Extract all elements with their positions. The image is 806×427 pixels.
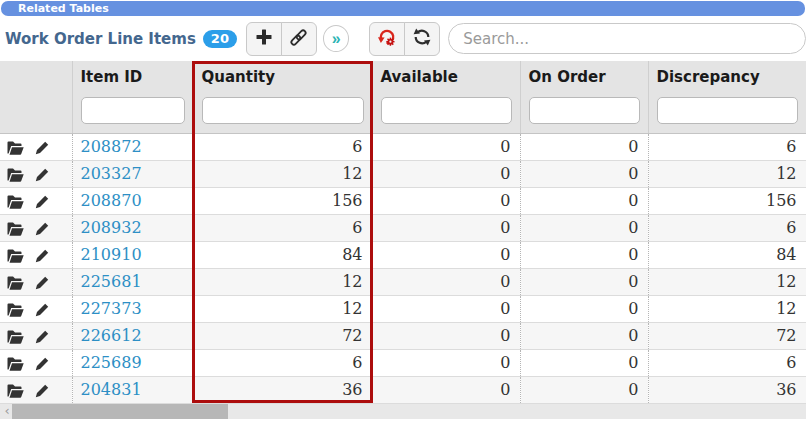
table-body: 2088726006203327120012208870156001562089…: [0, 133, 806, 403]
filter-input-discrepancy[interactable]: [657, 97, 798, 124]
table-row: 226612720072: [0, 322, 806, 349]
pencil-icon[interactable]: [35, 384, 49, 398]
item-id-cell: 208870: [72, 187, 193, 214]
pencil-icon[interactable]: [35, 249, 49, 263]
item-id-link[interactable]: 204831: [81, 380, 142, 399]
horizontal-scrollbar[interactable]: ‹: [0, 404, 806, 419]
discrepancy-cell: 6: [648, 133, 806, 160]
quantity-cell: 84: [193, 241, 372, 268]
discrepancy-cell: 12: [648, 268, 806, 295]
quantity-cell: 6: [193, 133, 372, 160]
available-cell: 0: [372, 349, 520, 376]
table-row: 204831360036: [0, 376, 806, 403]
pencil-icon[interactable]: [35, 222, 49, 236]
link-record-button[interactable]: [281, 22, 317, 56]
item-id-link[interactable]: 227373: [81, 299, 142, 318]
pencil-icon[interactable]: [35, 141, 49, 155]
open-folder-icon[interactable]: [7, 357, 24, 371]
item-id-cell: 225681: [72, 268, 193, 295]
row-actions-cell: [0, 133, 72, 160]
open-folder-icon[interactable]: [7, 330, 24, 344]
on-order-cell: 0: [520, 241, 648, 268]
item-id-link[interactable]: 225689: [81, 353, 142, 372]
pencil-icon[interactable]: [35, 168, 49, 182]
quantity-cell: 12: [193, 268, 372, 295]
filter-input-item-id[interactable]: [81, 97, 185, 124]
sync-icon: [412, 27, 432, 50]
item-id-cell: 204831: [72, 376, 193, 403]
on-order-cell: 0: [520, 187, 648, 214]
table-row: 203327120012: [0, 160, 806, 187]
item-id-cell: 210910: [72, 241, 193, 268]
on-order-cell: 0: [520, 268, 648, 295]
available-cell: 0: [372, 241, 520, 268]
pencil-icon[interactable]: [35, 303, 49, 317]
pencil-icon[interactable]: [35, 276, 49, 290]
table-row: 2256896006: [0, 349, 806, 376]
column-header-available[interactable]: Available: [372, 61, 520, 133]
available-cell: 0: [372, 295, 520, 322]
open-folder-icon[interactable]: [7, 141, 24, 155]
scroll-left-arrow-icon[interactable]: ‹: [2, 404, 12, 419]
row-actions-cell: [0, 376, 72, 403]
quantity-cell: 6: [193, 349, 372, 376]
refresh-settings-button[interactable]: [369, 22, 405, 56]
column-header-on-order[interactable]: On Order: [520, 61, 648, 133]
refresh-group: [369, 22, 440, 56]
item-id-link[interactable]: 208870: [81, 191, 142, 210]
search-input[interactable]: [448, 23, 806, 54]
column-header-actions: [0, 61, 72, 133]
plus-icon: [255, 28, 273, 49]
double-chevron-right-icon: »: [332, 30, 341, 47]
open-folder-icon[interactable]: [7, 249, 24, 263]
discrepancy-cell: 12: [648, 160, 806, 187]
pencil-icon[interactable]: [35, 330, 49, 344]
open-folder-icon[interactable]: [7, 303, 24, 317]
available-cell: 0: [372, 214, 520, 241]
quantity-cell: 12: [193, 160, 372, 187]
item-id-cell: 208932: [72, 214, 193, 241]
quantity-cell: 72: [193, 322, 372, 349]
item-id-link[interactable]: 226612: [81, 326, 142, 345]
table-row: 227373120012: [0, 295, 806, 322]
pencil-icon[interactable]: [35, 357, 49, 371]
row-actions-cell: [0, 295, 72, 322]
column-header-quantity[interactable]: Quantity: [193, 61, 372, 133]
item-id-link[interactable]: 208872: [81, 137, 142, 156]
refresh-gear-icon: [377, 27, 397, 50]
item-id-link[interactable]: 210910: [81, 245, 142, 264]
open-folder-icon[interactable]: [7, 222, 24, 236]
open-folder-icon[interactable]: [7, 195, 24, 209]
horizontal-scrollbar-thumb[interactable]: [12, 404, 228, 419]
column-header-discrepancy[interactable]: Discrepancy: [648, 61, 806, 133]
available-cell: 0: [372, 376, 520, 403]
table-row: 20887015600156: [0, 187, 806, 214]
add-record-button[interactable]: [246, 22, 282, 56]
discrepancy-cell: 84: [648, 241, 806, 268]
quantity-cell: 36: [193, 376, 372, 403]
on-order-cell: 0: [520, 349, 648, 376]
on-order-cell: 0: [520, 160, 648, 187]
chain-link-icon: [289, 28, 308, 50]
item-id-link[interactable]: 203327: [81, 164, 142, 183]
available-cell: 0: [372, 322, 520, 349]
discrepancy-cell: 6: [648, 214, 806, 241]
row-actions-cell: [0, 349, 72, 376]
item-id-link[interactable]: 225681: [81, 272, 142, 291]
filter-input-available[interactable]: [381, 97, 512, 124]
item-id-link[interactable]: 208932: [81, 218, 142, 237]
refresh-button[interactable]: [404, 22, 440, 56]
filter-input-on-order[interactable]: [529, 97, 640, 124]
quantity-cell: 12: [193, 295, 372, 322]
more-actions-button[interactable]: »: [323, 25, 349, 52]
on-order-cell: 0: [520, 376, 648, 403]
row-actions-cell: [0, 322, 72, 349]
open-folder-icon[interactable]: [7, 276, 24, 290]
open-folder-icon[interactable]: [7, 168, 24, 182]
filter-input-quantity[interactable]: [202, 97, 364, 124]
quantity-cell: 6: [193, 214, 372, 241]
pencil-icon[interactable]: [35, 195, 49, 209]
available-cell: 0: [372, 268, 520, 295]
open-folder-icon[interactable]: [7, 384, 24, 398]
column-header-item-id[interactable]: Item ID: [72, 61, 193, 133]
